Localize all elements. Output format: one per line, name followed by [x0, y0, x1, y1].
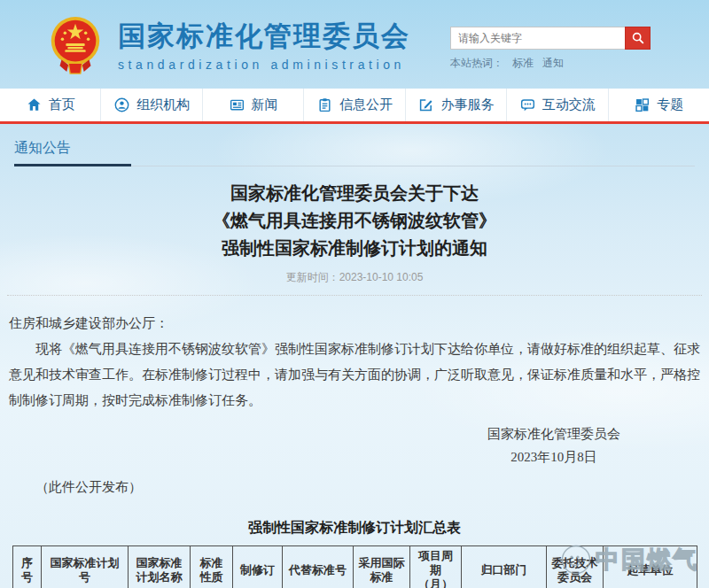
nav-item-label: 办事服务	[440, 97, 494, 113]
nav-item-organization[interactable]: 组织机构	[100, 89, 201, 121]
search-button[interactable]	[625, 27, 651, 50]
hot-word-link[interactable]: 通知	[542, 56, 564, 71]
hot-words-label: 本站热词：	[450, 56, 503, 71]
section-head: 通知公告	[14, 139, 695, 166]
site-subtitle: standardization administration	[118, 58, 410, 72]
hot-word-link[interactable]: 标准	[512, 56, 534, 71]
nav-item-label: 信息公开	[339, 97, 393, 113]
special-topics-icon	[634, 97, 651, 113]
main-nav: 首页 组织机构 新闻	[0, 89, 709, 124]
nav-item-label: 组织机构	[136, 97, 190, 113]
service-icon	[417, 97, 434, 113]
nav-item-interaction[interactable]: 互动交流	[506, 89, 607, 121]
nav-item-label: 新闻	[252, 97, 278, 113]
section-divider	[14, 164, 695, 166]
column-header: 代替标准号	[283, 546, 354, 588]
search-box	[450, 27, 651, 50]
nav-item-label: 专题	[657, 97, 683, 113]
article-title: 国家标准化管理委员会关于下达 《燃气用具连接用不锈钢波纹软管》 强制性国家标准制…	[0, 180, 709, 262]
salutation: 住房和城乡建设部办公厅：	[9, 311, 700, 337]
column-header: 国家标准计划号	[42, 546, 129, 588]
column-header: 归口部门	[462, 546, 547, 588]
update-time: 更新时间：2023-10-10 10:05	[7, 270, 702, 296]
signature-block: 国家标准化管理委员会 2023年10月8日	[487, 422, 620, 468]
page: 国家标准化管理委员会 standardization administratio…	[0, 0, 709, 588]
table-header-row: 序号 国家标准计划号 国家标准计划名称 标准性质 制修订 代替标准号 采用国际标…	[13, 546, 697, 588]
column-header: 起草单位	[604, 546, 697, 588]
column-header: 序号	[13, 546, 42, 588]
nav-item-label: 互动交流	[542, 97, 596, 113]
national-emblem-logo	[44, 12, 106, 77]
news-icon	[229, 97, 245, 113]
organization-icon	[113, 97, 130, 113]
article-title-line: 强制性国家标准制修订计划的通知	[0, 235, 709, 262]
signer-name: 国家标准化管理委员会	[487, 422, 620, 445]
article-paragraph: 现将《燃气用具连接用不锈钢波纹软管》强制性国家标准制修订计划下达给你单位，请做好…	[9, 337, 700, 414]
column-header: 国家标准计划名称	[129, 546, 191, 588]
nav-item-label: 首页	[49, 97, 75, 113]
article-title-line: 国家标准化管理委员会关于下达	[0, 180, 709, 207]
interaction-icon	[519, 97, 536, 113]
home-icon	[26, 97, 43, 113]
nav-item-news[interactable]: 新闻	[202, 89, 303, 121]
nav-item-services[interactable]: 办事服务	[405, 89, 506, 121]
summary-table-section: 强制性国家标准制修订计划汇总表 序号 国家标准计划号 国家标准计划名称 标准性质…	[12, 519, 697, 588]
section-divider-accent	[14, 164, 131, 166]
column-header: 委托技术委员会	[547, 546, 604, 588]
column-header: 项目周期（月）	[410, 546, 462, 588]
column-header: 制修订	[233, 546, 283, 588]
search-icon	[631, 31, 645, 45]
hot-words: 本站热词： 标准 通知	[450, 56, 651, 71]
breadcrumb[interactable]: 通知公告	[14, 139, 71, 158]
search-area: 本站热词： 标准 通知	[450, 27, 651, 71]
article-body: 住房和城乡建设部办公厅： 现将《燃气用具连接用不锈钢波纹软管》强制性国家标准制修…	[9, 311, 700, 414]
summary-table: 序号 国家标准计划号 国家标准计划名称 标准性质 制修订 代替标准号 采用国际标…	[12, 545, 697, 588]
column-header: 标准性质	[191, 546, 233, 588]
sign-date: 2023年10月8日	[487, 445, 620, 468]
nav-item-home[interactable]: 首页	[0, 89, 100, 121]
nav-item-info-disclosure[interactable]: 信息公开	[303, 89, 404, 121]
search-input[interactable]	[450, 27, 625, 50]
site-title: 国家标准化管理委员会	[118, 18, 410, 55]
public-release-note: （此件公开发布）	[35, 479, 709, 496]
site-header: 国家标准化管理委员会 standardization administratio…	[0, 0, 709, 89]
site-branding: 国家标准化管理委员会 standardization administratio…	[118, 18, 410, 72]
summary-table-title: 强制性国家标准制修订计划汇总表	[12, 519, 697, 538]
article-title-line: 《燃气用具连接用不锈钢波纹软管》	[0, 207, 709, 235]
info-disclosure-icon	[316, 97, 333, 113]
nav-item-special-topics[interactable]: 专题	[608, 89, 709, 121]
column-header: 采用国际标准	[354, 546, 410, 588]
